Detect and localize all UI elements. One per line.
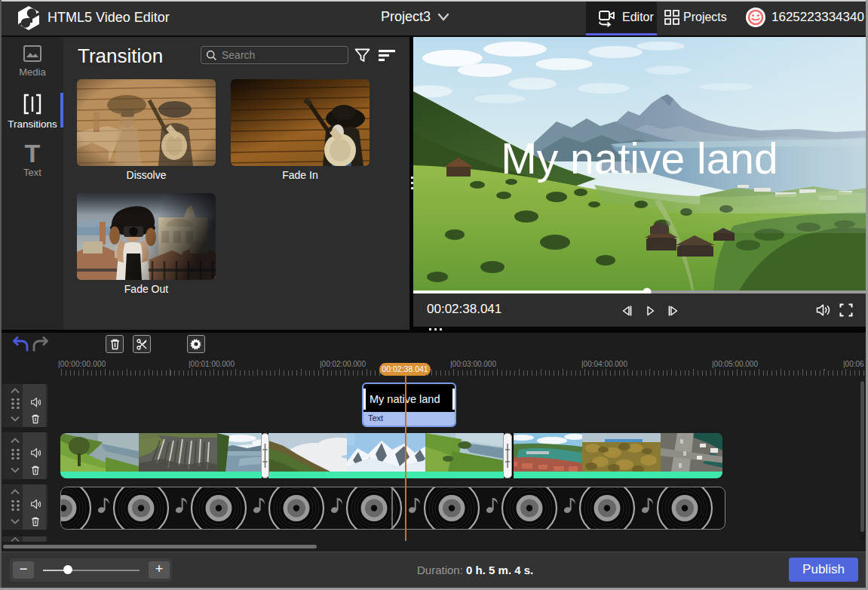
svg-text:My native land: My native land	[501, 134, 778, 183]
